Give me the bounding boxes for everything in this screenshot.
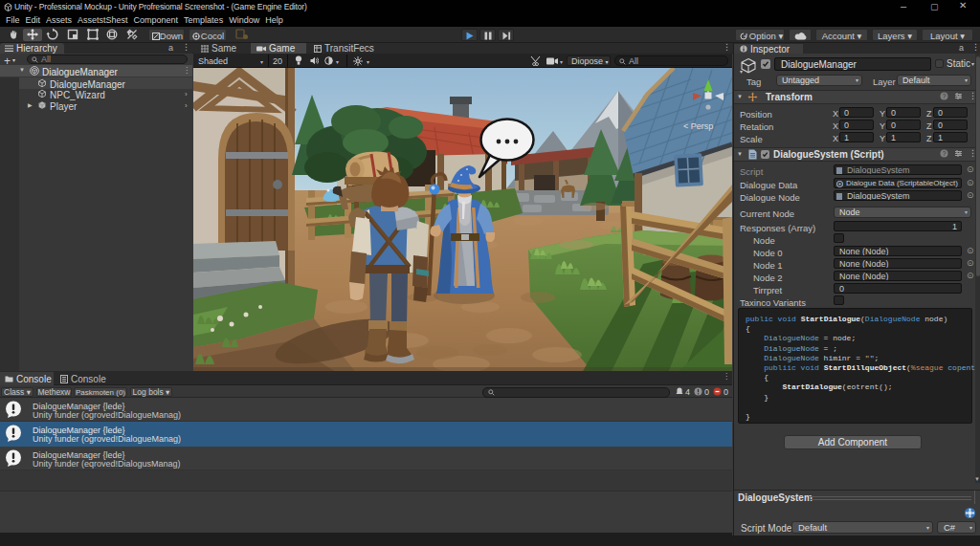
svg-text:?: ? xyxy=(943,93,947,99)
svg-text:?: ? xyxy=(943,150,947,157)
